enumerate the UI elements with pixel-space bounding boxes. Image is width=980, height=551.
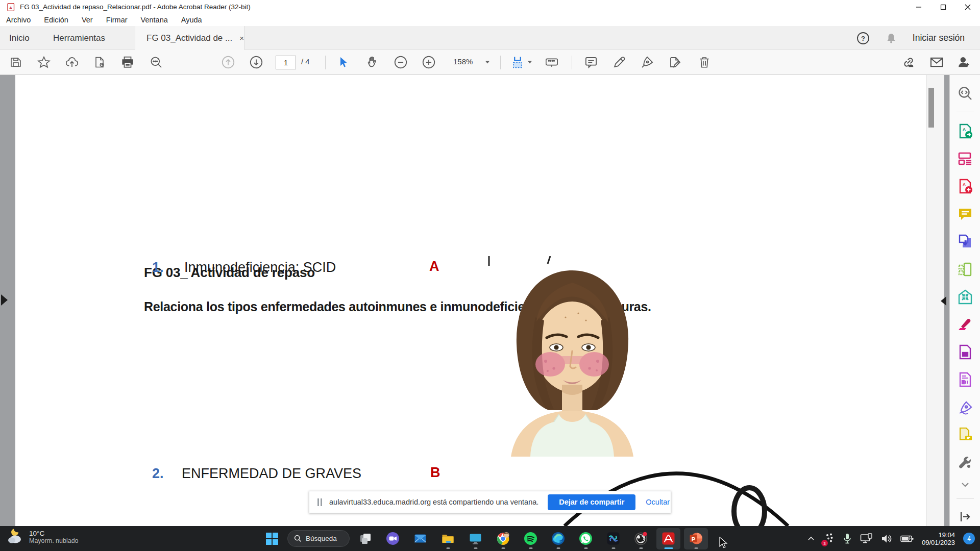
- minimize-button[interactable]: [906, 0, 931, 14]
- comment-icon[interactable]: [584, 56, 598, 69]
- clock[interactable]: 19:04 09/01/2023: [922, 531, 955, 546]
- maximize-button[interactable]: [931, 0, 955, 14]
- signin-button[interactable]: Iniciar sesión: [913, 33, 965, 43]
- taskbar-app-task-view[interactable]: [353, 528, 377, 549]
- taskbar-app-spotify[interactable]: [519, 528, 543, 549]
- taskbar-app-explorer[interactable]: [436, 528, 460, 549]
- mouse-cursor: [719, 537, 729, 549]
- scan-ocr-icon[interactable]: [956, 371, 974, 389]
- print-icon[interactable]: [121, 56, 134, 69]
- comment-tool-icon[interactable]: [956, 205, 974, 223]
- page-total-label: / 4: [301, 57, 310, 66]
- marquee-zoom-icon[interactable]: [510, 55, 525, 70]
- tab-close-icon[interactable]: ×: [239, 34, 244, 42]
- organize-pages-icon[interactable]: [956, 260, 974, 278]
- menu-ver[interactable]: Ver: [82, 16, 93, 24]
- fill-sign-icon[interactable]: [956, 398, 974, 416]
- tab-inicio[interactable]: Inicio: [9, 26, 30, 50]
- hide-banner-link[interactable]: Ocultar: [646, 498, 670, 506]
- zoom-dropdown-caret-icon[interactable]: [485, 61, 489, 64]
- select-tool-icon[interactable]: [337, 56, 350, 68]
- taskbar-app-mail[interactable]: [408, 528, 432, 549]
- save-icon[interactable]: [10, 56, 22, 68]
- send-for-comments-icon[interactable]: [956, 426, 974, 444]
- menu-bar: Archivo Edición Ver Firmar Ventana Ayuda: [0, 14, 980, 26]
- zoom-in-icon[interactable]: [422, 56, 436, 69]
- read-mode-icon[interactable]: [545, 55, 559, 70]
- taskbar-app-obs[interactable]: [629, 528, 653, 549]
- screen: A FG 03_Actividad de repaso_Relacionar.p…: [0, 0, 980, 551]
- zoom-search-icon[interactable]: [956, 84, 974, 102]
- weather-widget[interactable]: 10°C Mayorm. nublado: [7, 528, 79, 545]
- right-panel-toggle-icon[interactable]: [941, 296, 946, 306]
- certify-stamp-icon[interactable]: [669, 56, 682, 69]
- protect-pdf-icon[interactable]: [956, 343, 974, 361]
- open-tools-panel-icon[interactable]: [956, 508, 974, 526]
- volume-speaker-icon[interactable]: [881, 534, 892, 544]
- svg-text:P: P: [692, 536, 695, 542]
- favorite-star-icon[interactable]: [37, 56, 51, 69]
- zoom-level-value[interactable]: 158%: [453, 57, 473, 66]
- tray-chevron-up-icon[interactable]: [807, 535, 815, 543]
- taskbar-app-display[interactable]: [463, 528, 487, 549]
- menu-firmar[interactable]: Firmar: [106, 16, 128, 24]
- redact-icon[interactable]: [956, 315, 974, 333]
- tab-document[interactable]: FG 03_Actividad de ... ×: [135, 26, 245, 50]
- taskbar-app-meet[interactable]: [381, 528, 405, 549]
- taskbar-search[interactable]: Búsqueda: [287, 530, 350, 547]
- more-tools-wrench-icon[interactable]: [956, 454, 974, 471]
- cloud-upload-icon[interactable]: [65, 56, 79, 69]
- taskbar-app-chrome[interactable]: [491, 528, 515, 549]
- more-tools-chevron-icon[interactable]: [956, 481, 974, 488]
- next-page-icon[interactable]: [250, 56, 263, 69]
- find-search-icon[interactable]: [150, 56, 163, 69]
- combine-files-icon[interactable]: [956, 233, 974, 251]
- taskbar-app-edge[interactable]: [546, 528, 570, 549]
- highlight-pencil-icon[interactable]: [612, 56, 626, 69]
- menu-edicion[interactable]: Edición: [44, 16, 68, 24]
- menu-archivo[interactable]: Archivo: [6, 16, 31, 24]
- start-button[interactable]: [260, 528, 284, 549]
- marquee-dropdown-caret-icon[interactable]: [528, 61, 532, 64]
- tools-panel: A A: [949, 75, 980, 526]
- notifications-bell-icon[interactable]: [885, 32, 897, 44]
- tab-herramientas[interactable]: Herramientas: [53, 26, 105, 50]
- compress-pdf-icon[interactable]: [956, 288, 974, 306]
- notification-count-badge[interactable]: 4: [963, 533, 975, 544]
- window-title: FG 03_Actividad de repaso_Relacionar.pdf…: [20, 3, 251, 11]
- banner-drag-handle-icon[interactable]: [317, 498, 322, 506]
- tray-app-badge[interactable]: 3: [823, 532, 835, 545]
- taskbar-app-webex[interactable]: [601, 528, 625, 549]
- tray-badge-count: 3: [821, 540, 828, 546]
- left-panel-toggle-icon[interactable]: [1, 294, 8, 306]
- zoom-out-icon[interactable]: [394, 56, 408, 69]
- taskbar-app-powerpoint[interactable]: P: [684, 528, 708, 549]
- delete-trash-icon[interactable]: [698, 56, 711, 69]
- taskbar-app-whatsapp[interactable]: [574, 528, 598, 549]
- search-label: Búsqueda: [306, 535, 337, 542]
- email-icon[interactable]: [929, 55, 944, 69]
- edit-pdf-icon[interactable]: [956, 149, 974, 167]
- taskbar-app-acrobat[interactable]: [656, 528, 680, 549]
- menu-ventana[interactable]: Ventana: [141, 16, 168, 24]
- hand-tool-icon[interactable]: [366, 56, 380, 69]
- create-pdf-icon[interactable]: A: [956, 177, 974, 195]
- help-icon[interactable]: ?: [856, 32, 870, 45]
- share-link-icon[interactable]: [901, 55, 916, 69]
- previous-page-icon[interactable]: [222, 56, 235, 69]
- svg-text:?: ?: [861, 35, 865, 42]
- cast-display-icon[interactable]: [860, 533, 873, 544]
- battery-icon[interactable]: [900, 535, 914, 543]
- scrollbar-thumb[interactable]: [928, 88, 934, 128]
- export-page-icon[interactable]: [93, 56, 106, 68]
- stop-sharing-button[interactable]: Dejar de compartir: [548, 494, 635, 510]
- microphone-icon[interactable]: [843, 533, 852, 544]
- menu-ayuda[interactable]: Ayuda: [181, 16, 202, 24]
- export-pdf-icon[interactable]: A: [956, 122, 974, 140]
- svg-text:A: A: [9, 5, 12, 10]
- page-number-input[interactable]: [276, 56, 296, 69]
- request-signature-icon[interactable]: [957, 55, 971, 69]
- close-button[interactable]: [955, 0, 980, 14]
- fill-sign-pen-icon[interactable]: [641, 56, 654, 69]
- spotify-icon: [524, 532, 537, 545]
